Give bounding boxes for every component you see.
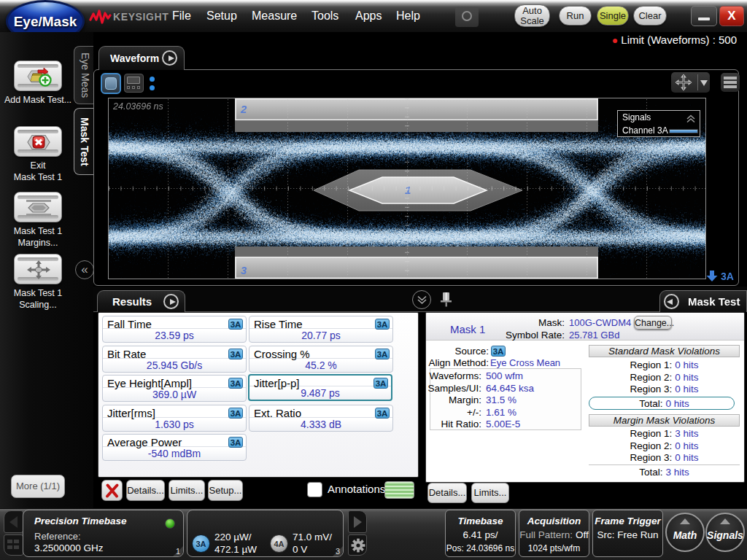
svg-text:3A: 3A — [721, 271, 734, 282]
svg-text:KEYSIGHT: KEYSIGHT — [113, 11, 169, 23]
